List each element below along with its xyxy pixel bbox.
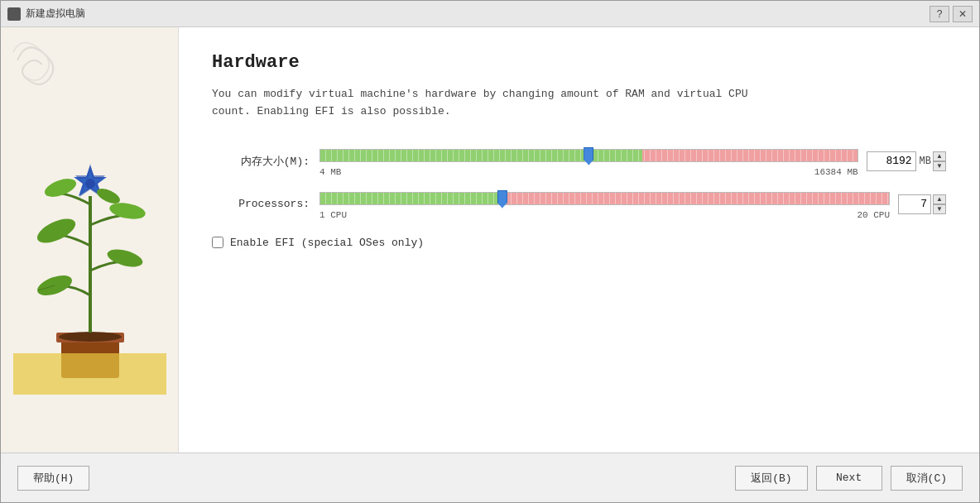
title-bar-left: 新建虚拟电脑: [7, 7, 85, 21]
processors-spin-up[interactable]: ▲: [933, 194, 946, 204]
page-title: Hardware: [212, 52, 946, 73]
svg-point-7: [105, 247, 144, 271]
main-panel: Hardware You can modify virtual machine'…: [179, 27, 979, 453]
bottom-left: 帮助(H): [17, 466, 89, 491]
window-title: 新建虚拟电脑: [26, 7, 85, 21]
efi-row: Enable EFI (special OSes only): [212, 237, 946, 249]
processors-slider-thumb[interactable]: [497, 190, 507, 208]
cancel-button[interactable]: 取消(C): [891, 466, 963, 491]
swirl-decoration: [9, 36, 75, 85]
app-icon: [7, 7, 21, 21]
memory-spin-down[interactable]: ▼: [933, 161, 946, 171]
processors-slider-track: [319, 192, 890, 205]
memory-spin-buttons: ▲ ▼: [933, 151, 946, 171]
processors-max-label: 20 CPU: [857, 210, 890, 220]
sidebar: [1, 27, 179, 453]
processors-input[interactable]: [898, 194, 931, 214]
content-area: Hardware You can modify virtual machine'…: [1, 27, 979, 453]
efi-checkbox[interactable]: [212, 237, 223, 248]
processors-spinbox: ▲ ▼: [898, 194, 946, 214]
title-bar: 新建虚拟电脑 ? ✕: [1, 1, 979, 27]
back-button[interactable]: 返回(B): [735, 466, 807, 491]
description: You can modify virtual machine's hardwar…: [212, 86, 858, 121]
form-section: 内存大小(M): 4 MB 16384 MB: [212, 146, 946, 436]
processors-min-label: 1 CPU: [319, 210, 347, 220]
memory-slider-wrapper[interactable]: [319, 146, 858, 165]
processors-spin-buttons: ▲ ▼: [933, 194, 946, 214]
processors-slider-labels: 1 CPU 20 CPU: [319, 210, 890, 220]
help-button[interactable]: ?: [930, 6, 949, 22]
memory-slider-container: 4 MB 16384 MB: [319, 146, 858, 177]
processors-slider-container: 1 CPU 20 CPU: [319, 189, 890, 220]
memory-slider-thumb[interactable]: [584, 147, 593, 165]
memory-row: 内存大小(M): 4 MB 16384 MB: [212, 146, 946, 177]
memory-spin-up[interactable]: ▲: [933, 151, 946, 161]
processors-label: Processors:: [212, 198, 319, 210]
title-bar-controls: ? ✕: [930, 6, 973, 22]
main-window: 新建虚拟电脑 ? ✕: [0, 0, 980, 503]
memory-spinbox: MB ▲ ▼: [867, 151, 946, 171]
svg-point-9: [108, 200, 147, 221]
memory-slider-labels: 4 MB 16384 MB: [319, 167, 858, 177]
processors-slider-wrapper[interactable]: [319, 189, 890, 208]
help-button[interactable]: 帮助(H): [17, 466, 89, 491]
plant-illustration: [13, 97, 166, 395]
memory-slider-track: [319, 149, 858, 162]
memory-min-label: 4 MB: [319, 167, 341, 177]
memory-unit: MB: [920, 156, 931, 167]
next-button[interactable]: Next: [816, 466, 882, 491]
memory-max-label: 16384 MB: [814, 167, 858, 177]
close-button[interactable]: ✕: [953, 6, 973, 22]
svg-rect-3: [13, 353, 166, 395]
efi-label: Enable EFI (special OSes only): [230, 237, 424, 249]
bottom-bar: 帮助(H) 返回(B) Next 取消(C): [1, 453, 979, 502]
processors-spin-down[interactable]: ▼: [933, 204, 946, 214]
processors-track-dashes: [320, 193, 889, 204]
svg-point-8: [34, 213, 79, 247]
svg-point-2: [59, 332, 122, 342]
memory-label: 内存大小(M):: [212, 154, 319, 169]
processors-row: Processors: 1 CPU 20 CPU: [212, 189, 946, 220]
memory-input[interactable]: [867, 151, 916, 171]
bottom-right: 返回(B) Next 取消(C): [735, 466, 963, 491]
